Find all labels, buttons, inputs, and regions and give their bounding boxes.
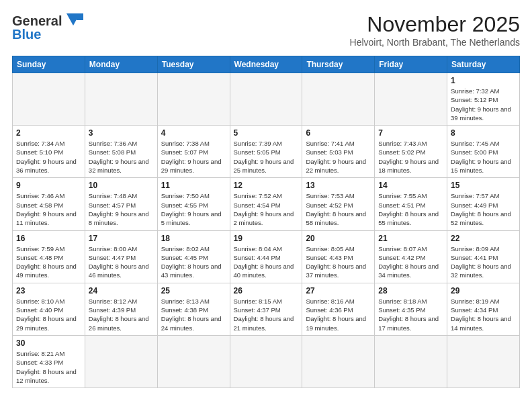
calendar-day-cell: 7Sunrise: 7:43 AM Sunset: 5:02 PM Daylig…	[375, 126, 447, 178]
day-number: 19	[234, 234, 299, 243]
day-number: 9	[16, 181, 81, 190]
calendar-day-cell	[230, 335, 302, 387]
day-info: Sunrise: 7:46 AM Sunset: 4:58 PM Dayligh…	[16, 191, 81, 227]
header-thursday: Thursday	[302, 56, 375, 73]
day-number: 5	[234, 128, 299, 138]
day-number: 8	[451, 128, 516, 138]
day-number: 27	[306, 286, 371, 295]
day-number: 7	[378, 128, 443, 138]
day-number: 6	[306, 128, 371, 138]
calendar-week-row: 16Sunrise: 7:59 AM Sunset: 4:48 PM Dayli…	[13, 230, 520, 283]
day-number: 1	[451, 76, 516, 85]
day-info: Sunrise: 8:21 AM Sunset: 4:33 PM Dayligh…	[16, 349, 81, 385]
calendar-day-cell	[85, 335, 157, 387]
calendar-day-cell	[302, 335, 375, 387]
day-number: 2	[16, 128, 81, 138]
day-number: 21	[378, 234, 443, 243]
calendar-header-row: Sunday Monday Tuesday Wednesday Thursday…	[13, 56, 520, 73]
calendar-week-row: 1Sunrise: 7:32 AM Sunset: 5:12 PM Daylig…	[13, 73, 520, 126]
logo-blue-text: Blue	[12, 27, 41, 42]
calendar-day-cell: 11Sunrise: 7:50 AM Sunset: 4:55 PM Dayli…	[157, 178, 230, 230]
day-info: Sunrise: 7:36 AM Sunset: 5:08 PM Dayligh…	[89, 139, 154, 175]
day-info: Sunrise: 8:19 AM Sunset: 4:34 PM Dayligh…	[451, 297, 516, 332]
day-number: 12	[234, 181, 299, 190]
calendar-week-row: 9Sunrise: 7:46 AM Sunset: 4:58 PM Daylig…	[13, 178, 520, 230]
day-info: Sunrise: 8:04 AM Sunset: 4:44 PM Dayligh…	[234, 244, 299, 280]
calendar-day-cell: 9Sunrise: 7:46 AM Sunset: 4:58 PM Daylig…	[13, 178, 85, 230]
day-number: 16	[16, 234, 81, 243]
calendar-subtitle: Helvoirt, North Brabant, The Netherlands	[350, 37, 520, 48]
calendar-day-cell: 8Sunrise: 7:45 AM Sunset: 5:00 PM Daylig…	[447, 126, 520, 178]
day-info: Sunrise: 7:45 AM Sunset: 5:00 PM Dayligh…	[451, 139, 516, 175]
calendar-day-cell	[85, 73, 157, 126]
day-number: 26	[234, 286, 299, 295]
calendar-day-cell	[447, 335, 520, 387]
calendar-day-cell: 17Sunrise: 8:00 AM Sunset: 4:47 PM Dayli…	[85, 230, 157, 283]
calendar-day-cell: 5Sunrise: 7:39 AM Sunset: 5:05 PM Daylig…	[230, 126, 302, 178]
calendar-day-cell: 24Sunrise: 8:12 AM Sunset: 4:39 PM Dayli…	[85, 283, 157, 335]
title-area: November 2025 Helvoirt, North Brabant, T…	[350, 12, 520, 48]
day-number: 29	[451, 286, 516, 295]
calendar-table: Sunday Monday Tuesday Wednesday Thursday…	[12, 56, 520, 388]
day-number: 23	[16, 286, 81, 295]
day-info: Sunrise: 8:07 AM Sunset: 4:42 PM Dayligh…	[378, 244, 443, 280]
day-info: Sunrise: 7:41 AM Sunset: 5:03 PM Dayligh…	[306, 139, 371, 175]
calendar-day-cell: 1Sunrise: 7:32 AM Sunset: 5:12 PM Daylig…	[447, 73, 520, 126]
day-info: Sunrise: 7:50 AM Sunset: 4:55 PM Dayligh…	[161, 191, 226, 227]
logo: General Blue	[12, 12, 83, 42]
calendar-day-cell: 19Sunrise: 8:04 AM Sunset: 4:44 PM Dayli…	[230, 230, 302, 283]
calendar-day-cell	[375, 335, 447, 387]
calendar-week-row: 23Sunrise: 8:10 AM Sunset: 4:40 PM Dayli…	[13, 283, 520, 335]
calendar-day-cell: 10Sunrise: 7:48 AM Sunset: 4:57 PM Dayli…	[85, 178, 157, 230]
calendar-day-cell: 13Sunrise: 7:53 AM Sunset: 4:52 PM Dayli…	[302, 178, 375, 230]
calendar-week-row: 30Sunrise: 8:21 AM Sunset: 4:33 PM Dayli…	[13, 335, 520, 387]
calendar-day-cell: 23Sunrise: 8:10 AM Sunset: 4:40 PM Dayli…	[13, 283, 85, 335]
calendar-day-cell	[302, 73, 375, 126]
day-number: 17	[89, 234, 154, 243]
calendar-day-cell	[375, 73, 447, 126]
calendar-day-cell: 3Sunrise: 7:36 AM Sunset: 5:08 PM Daylig…	[85, 126, 157, 178]
day-info: Sunrise: 8:02 AM Sunset: 4:45 PM Dayligh…	[161, 244, 226, 280]
day-number: 11	[161, 181, 226, 190]
day-info: Sunrise: 7:52 AM Sunset: 4:54 PM Dayligh…	[234, 191, 299, 227]
day-info: Sunrise: 7:32 AM Sunset: 5:12 PM Dayligh…	[451, 87, 516, 122]
day-info: Sunrise: 7:57 AM Sunset: 4:49 PM Dayligh…	[451, 191, 516, 227]
calendar-day-cell	[157, 73, 230, 126]
calendar-day-cell: 12Sunrise: 7:52 AM Sunset: 4:54 PM Dayli…	[230, 178, 302, 230]
calendar-day-cell: 22Sunrise: 8:09 AM Sunset: 4:41 PM Dayli…	[447, 230, 520, 283]
calendar-day-cell: 2Sunrise: 7:34 AM Sunset: 5:10 PM Daylig…	[13, 126, 85, 178]
calendar-day-cell: 26Sunrise: 8:15 AM Sunset: 4:37 PM Dayli…	[230, 283, 302, 335]
day-info: Sunrise: 7:48 AM Sunset: 4:57 PM Dayligh…	[89, 191, 154, 227]
header: General Blue November 2025 Helvoirt, Nor…	[12, 12, 520, 48]
logo-blue-icon	[63, 13, 83, 30]
day-number: 13	[306, 181, 371, 190]
day-info: Sunrise: 7:59 AM Sunset: 4:48 PM Dayligh…	[16, 244, 81, 280]
day-number: 30	[16, 338, 81, 348]
page: General Blue November 2025 Helvoirt, Nor…	[0, 0, 532, 411]
day-number: 22	[451, 234, 516, 243]
day-number: 28	[378, 286, 443, 295]
calendar-day-cell: 15Sunrise: 7:57 AM Sunset: 4:49 PM Dayli…	[447, 178, 520, 230]
calendar-day-cell: 14Sunrise: 7:55 AM Sunset: 4:51 PM Dayli…	[375, 178, 447, 230]
calendar-day-cell: 25Sunrise: 8:13 AM Sunset: 4:38 PM Dayli…	[157, 283, 230, 335]
header-saturday: Saturday	[447, 56, 520, 73]
calendar-week-row: 2Sunrise: 7:34 AM Sunset: 5:10 PM Daylig…	[13, 126, 520, 178]
calendar-day-cell	[13, 73, 85, 126]
day-info: Sunrise: 8:13 AM Sunset: 4:38 PM Dayligh…	[161, 297, 226, 332]
day-info: Sunrise: 7:55 AM Sunset: 4:51 PM Dayligh…	[378, 191, 443, 227]
day-info: Sunrise: 8:00 AM Sunset: 4:47 PM Dayligh…	[89, 244, 154, 280]
calendar-day-cell	[230, 73, 302, 126]
day-info: Sunrise: 8:12 AM Sunset: 4:39 PM Dayligh…	[89, 297, 154, 332]
day-number: 25	[161, 286, 226, 295]
day-info: Sunrise: 8:15 AM Sunset: 4:37 PM Dayligh…	[234, 297, 299, 332]
svg-rect-1	[77, 13, 83, 20]
calendar-day-cell: 16Sunrise: 7:59 AM Sunset: 4:48 PM Dayli…	[13, 230, 85, 283]
day-info: Sunrise: 8:10 AM Sunset: 4:40 PM Dayligh…	[16, 297, 81, 332]
calendar-day-cell: 18Sunrise: 8:02 AM Sunset: 4:45 PM Dayli…	[157, 230, 230, 283]
day-info: Sunrise: 7:38 AM Sunset: 5:07 PM Dayligh…	[161, 139, 226, 175]
calendar-day-cell: 27Sunrise: 8:16 AM Sunset: 4:36 PM Dayli…	[302, 283, 375, 335]
day-info: Sunrise: 7:34 AM Sunset: 5:10 PM Dayligh…	[16, 139, 81, 175]
calendar-day-cell: 29Sunrise: 8:19 AM Sunset: 4:34 PM Dayli…	[447, 283, 520, 335]
day-number: 15	[451, 181, 516, 190]
calendar-day-cell	[157, 335, 230, 387]
